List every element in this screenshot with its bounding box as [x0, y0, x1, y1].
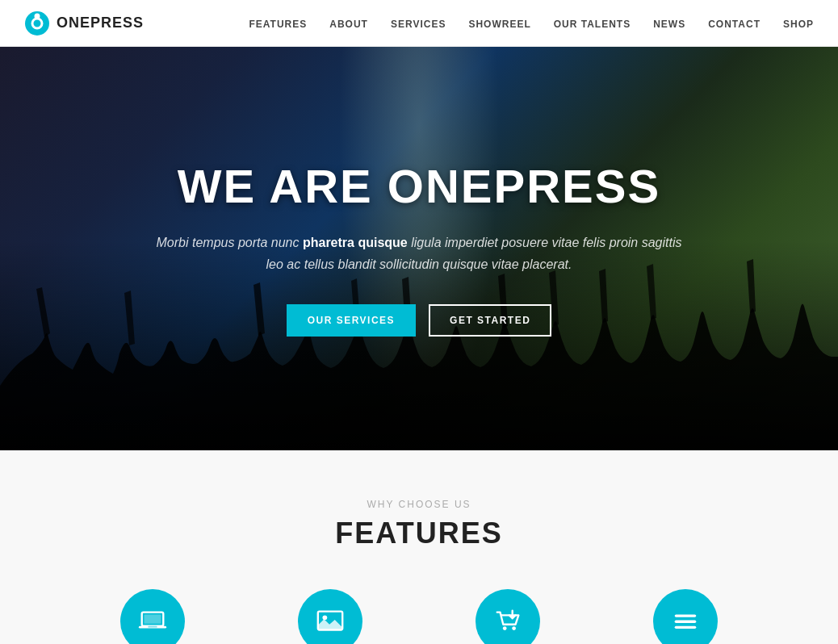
image-icon	[315, 606, 346, 637]
hero-section: WE ARE ONEPRESS Morbi tempus porta nunc …	[0, 47, 838, 450]
hero-buttons: OUR SERVICES GET STARTED	[153, 304, 685, 337]
nav-item-our-talents[interactable]: OUR TALENTS	[554, 16, 631, 31]
features-subtitle: WHY CHOOSE US	[24, 499, 814, 510]
features-title: FEATURES	[24, 516, 814, 550]
our-services-button[interactable]: OUR SERVICES	[287, 304, 416, 337]
parallax-icon-circle	[298, 589, 362, 644]
menu-icon	[670, 606, 701, 637]
svg-point-11	[512, 626, 516, 630]
svg-point-9	[323, 615, 328, 620]
brand[interactable]: ONEPRESS	[24, 10, 144, 36]
brand-name: ONEPRESS	[57, 15, 144, 31]
svg-rect-12	[675, 614, 697, 617]
feature-item-responsive: Responsive Design	[88, 589, 217, 644]
get-started-button[interactable]: GET STARTED	[429, 304, 551, 337]
nav-item-services[interactable]: SERVICES	[391, 16, 446, 31]
feature-item-content-blocks: Content Blocks	[621, 589, 750, 644]
brand-logo-icon	[24, 10, 50, 36]
svg-rect-14	[675, 626, 697, 629]
hero-subtitle: Morbi tempus porta nunc pharetra quisque…	[153, 232, 685, 275]
woocommerce-icon-circle	[476, 589, 540, 644]
content-blocks-icon-circle	[653, 589, 718, 644]
nav-item-features[interactable]: FEATURES	[249, 16, 307, 31]
laptop-icon	[137, 606, 168, 637]
svg-rect-5	[145, 614, 161, 623]
nav-menu: FEATURES ABOUT SERVICES SHOWREEL OUR TAL…	[249, 16, 814, 31]
cart-icon	[492, 606, 523, 637]
features-grid: Responsive Design Parallax Effect	[24, 589, 814, 644]
hero-title: WE ARE ONEPRESS	[153, 161, 685, 212]
svg-rect-13	[675, 621, 697, 623]
svg-rect-7	[148, 626, 157, 628]
hero-content: WE ARE ONEPRESS Morbi tempus porta nunc …	[136, 161, 702, 337]
nav-item-contact[interactable]: CONTACT	[708, 16, 760, 31]
svg-point-2	[35, 13, 40, 19]
hero-subtitle-bold: pharetra quisque	[303, 236, 408, 249]
hero-subtitle-before: Morbi tempus porta nunc	[157, 236, 303, 249]
nav-item-showreel[interactable]: SHOWREEL	[468, 16, 530, 31]
nav-item-news[interactable]: NEWS	[653, 16, 685, 31]
features-section: WHY CHOOSE US FEATURES Responsive Design	[0, 450, 838, 644]
navbar: ONEPRESS FEATURES ABOUT SERVICES SHOWREE…	[0, 0, 838, 47]
responsive-design-icon-circle	[120, 589, 185, 644]
nav-item-about[interactable]: ABOUT	[329, 16, 368, 31]
feature-item-parallax: Parallax Effect	[266, 589, 395, 644]
nav-item-shop[interactable]: SHOP	[783, 16, 814, 31]
feature-item-woocommerce: WooCommerce	[443, 589, 572, 644]
svg-point-10	[503, 626, 507, 630]
